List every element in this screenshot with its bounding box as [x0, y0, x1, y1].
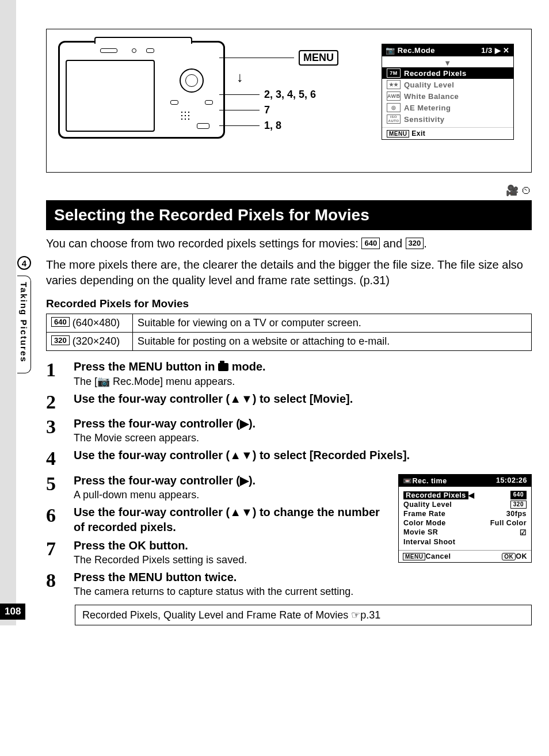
chapter-title: Taking Pictures [17, 276, 31, 373]
menu-item-quality-level[interactable]: ★★ Quality Level [382, 79, 513, 90]
tag-640: 640 [361, 238, 380, 249]
lead-2: 7 [264, 104, 270, 116]
step-7: 7 Press the OK button. The Recorded Pixe… [46, 538, 390, 566]
menu-item-white-balance[interactable]: AWB White Balance [382, 90, 513, 102]
movie-row-frame-rate[interactable]: Frame Rate 30fps [403, 509, 527, 518]
mode-icons: 🎥 ⏲ [46, 184, 532, 197]
chapter-number: 4 [17, 256, 31, 270]
movie-row-recorded-pixels[interactable]: Recorded Pixels◀ 640 [403, 490, 527, 500]
table-row: 640 (640×480) Suitable for viewing on a … [47, 314, 532, 333]
interval-mode-icon: ⏲ [521, 185, 532, 196]
cross-reference: Recorded Pixels, Quality Level and Frame… [75, 605, 532, 625]
sidebar-tab: 4 Taking Pictures [17, 256, 35, 373]
step-1: 1 Press the MENU button in mode. The [📷 … [46, 359, 532, 388]
mini-menu-icon: MENU [387, 130, 409, 138]
movie-panel: 📼Rec. time 15:02:26 Recorded Pixels◀ 640… [398, 474, 532, 563]
table-heading: Recorded Pixels for Movies [46, 297, 532, 310]
camera-illustration [58, 41, 225, 139]
movie-row-quality-level[interactable]: Quality Level 320 [403, 500, 527, 509]
movie-row-color-mode[interactable]: Color Mode Full Color [403, 518, 527, 528]
icon-awb: AWB [387, 91, 401, 101]
top-diagram: MENU ↓ 2, 3, 4, 5, 6 7 1, 8 📷 Rec.Mode 1… [46, 29, 532, 173]
step-8: 8 Press the MENU button twice. The camer… [46, 570, 532, 598]
checkbox-icon: ☑ [520, 528, 527, 537]
table-row: 320 (320×240) Suitable for posting on a … [47, 333, 532, 351]
down-arrow-icon: ▼ [382, 59, 513, 67]
step-5: 5 Press the four-way controller (▶). A p… [46, 473, 390, 501]
intro-paragraph-2: The more pixels there are, the clearer t… [46, 257, 532, 288]
panel-title: 📷 Rec.Mode [386, 46, 435, 55]
step-3: 3 Press the four-way controller (▶). The… [46, 416, 532, 444]
icon-iso-auto: ISO AUTO [387, 114, 401, 124]
ok-icon: OK [502, 553, 516, 560]
icon-7m: 7M [387, 68, 401, 78]
left-gutter [0, 0, 16, 625]
lead-1: 2, 3, 4, 5, 6 [264, 89, 316, 101]
pixel-table: 640 (640×480) Suitable for viewing on a … [46, 314, 532, 351]
arrow-down-icon: ↓ [237, 69, 338, 85]
tag-320: 320 [406, 238, 424, 249]
rec-time-value: 15:02:26 [496, 476, 527, 485]
lead-3: 1, 8 [264, 120, 281, 132]
menu-item-recorded-pixels[interactable]: 7M Recorded Pixels [382, 67, 513, 79]
page-number: 108 [0, 604, 25, 620]
rec-mode-panel: 📷 Rec.Mode 1/3 ▶ ✕ ▼ 7M Recorded Pixels … [382, 44, 514, 140]
intro-paragraph: You can choose from two recorded pixels … [46, 236, 532, 251]
mini-menu-icon: MENU [403, 553, 425, 560]
rec-time-label: 📼Rec. time [403, 476, 447, 485]
panel-page: 1/3 ▶ ✕ [481, 46, 510, 55]
icon-metering: ◎ [387, 103, 401, 112]
menu-item-ae-metering[interactable]: ◎ AE Metering [382, 102, 513, 113]
page-title: Selecting the Recorded Pixels for Movies [46, 200, 532, 230]
camera-icon [218, 363, 228, 371]
icon-stars: ★★ [387, 80, 401, 89]
movie-mode-icon: 🎥 [506, 185, 518, 196]
menu-tag: MENU [299, 50, 338, 66]
panel-footer: MENU Exit [382, 127, 513, 139]
diagram-labels: MENU ↓ 2, 3, 4, 5, 6 7 1, 8 [219, 47, 338, 135]
steps-list: 1 Press the MENU button in mode. The [📷 … [46, 359, 532, 598]
movie-row-interval-shoot[interactable]: Interval Shoot [403, 537, 527, 547]
step-4: 4 Use the four-way controller (▲▼) to se… [46, 448, 532, 469]
movie-row-movie-sr[interactable]: Movie SR ☑ [403, 528, 527, 537]
menu-item-sensitivity[interactable]: ISO AUTO Sensitivity [382, 113, 513, 125]
step-2: 2 Use the four-way controller (▲▼) to se… [46, 391, 532, 413]
step-6: 6 Use the four-way controller (▲▼) to ch… [46, 505, 390, 534]
